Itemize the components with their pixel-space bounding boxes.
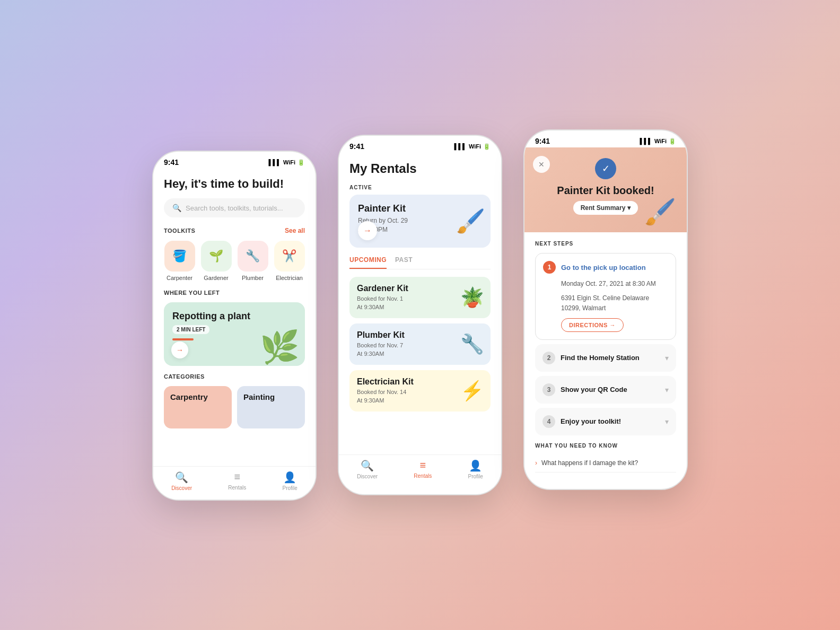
time-2: 9:41 (349, 142, 364, 151)
step-2-number: 2 (542, 352, 555, 364)
step-1-label: Go to the pick up location (561, 264, 646, 272)
discover-label-1: Discover (171, 485, 192, 491)
rent-summary-button[interactable]: Rent Summary ▾ (573, 201, 638, 215)
step-1-address: 6391 Elgin St. Celine Delaware 10299, Wa… (561, 293, 668, 313)
toolkits-label: TOOLKITS (164, 228, 195, 234)
where-left-header: WHERE YOU LEFT (164, 290, 305, 296)
step-1-header-left: 1 Go to the pick up location (543, 261, 646, 274)
categories-header: CATEGORIES (164, 373, 305, 380)
step-2-header: 2 Find the Homely Station ▾ (542, 352, 669, 364)
where-left-arrow[interactable]: → (171, 342, 188, 358)
step-4-card[interactable]: 4 Enjoy your toolkit! ▾ (535, 408, 676, 435)
what-to-know-title: WHAT YOU NEED TO KNOW (535, 443, 676, 449)
nav-discover-1[interactable]: 🔍 Discover (171, 471, 192, 491)
screen-1: Hey, it's time to build! 🔍 Search tools,… (153, 169, 316, 493)
nav-profile-1[interactable]: 👤 Profile (282, 471, 297, 491)
close-button[interactable]: ✕ (533, 156, 550, 173)
status-icons-3: ▌▌▌ WiFi 🔋 (640, 138, 676, 145)
rental-electrician[interactable]: Electrician Kit Booked for Nov. 14 At 9:… (349, 370, 491, 412)
directions-button[interactable]: DIRECTIONS → (561, 318, 624, 332)
signal-icon-3: ▌▌▌ (640, 138, 652, 144)
step-2-chevron: ▾ (665, 354, 669, 362)
phone-1: 9:41 ▌▌▌ WiFi 🔋 Hey, it's time to build!… (152, 151, 317, 501)
battery-icon-3: 🔋 (669, 138, 676, 145)
step-3-card[interactable]: 3 Show your QR Code ▾ (535, 376, 676, 404)
where-left-label: WHERE YOU LEFT (164, 290, 220, 296)
toolkit-gardener[interactable]: 🌱 Gardener (200, 241, 232, 281)
rental-gardener[interactable]: Gardener Kit Booked for Nov. 1 At 9:30AM… (349, 277, 491, 318)
gardener-time: At 9:30AM (357, 303, 408, 311)
toolkit-carpenter[interactable]: 🪣 Carpenter (164, 241, 195, 281)
search-placeholder: Search tools, toolkits, tutorials... (186, 204, 283, 212)
carpentry-label: Carpentry (170, 392, 208, 401)
time-1: 9:41 (164, 158, 179, 167)
discover-icon-1: 🔍 (175, 471, 188, 484)
rentals-icon-1: ≡ (234, 471, 240, 483)
battery-icon: 🔋 (298, 159, 305, 166)
plumber-time: At 9:30AM (357, 350, 405, 358)
category-carpentry[interactable]: Carpentry (164, 386, 232, 428)
search-bar[interactable]: 🔍 Search tools, toolkits, tutorials... (164, 198, 305, 217)
plumber-booked: Booked for Nov. 7 (357, 342, 405, 349)
step-4-header-left: 4 Enjoy your toolkit! (542, 415, 621, 428)
painter-tool-img: 🖌️ (456, 207, 485, 235)
booking-title: Painter Kit booked! (535, 185, 676, 197)
where-left-card[interactable]: Repotting a plant 2 MIN LEFT → 🌿 (164, 302, 305, 366)
search-icon: 🔍 (172, 204, 181, 212)
step-4-number: 4 (542, 415, 555, 428)
rental-plumber[interactable]: Plumber Kit Booked for Nov. 7 At 9:30AM … (349, 323, 491, 365)
electrician-kit-name: Electrician Kit (357, 377, 414, 387)
step-3-number: 3 (542, 383, 555, 396)
tab-past[interactable]: PAST (395, 256, 413, 269)
status-icons-2: ▌▌▌ WiFi 🔋 (454, 143, 491, 150)
rent-summary-label: Rent Summary (581, 204, 626, 212)
gardener-tool-icon: 🪴 (460, 286, 484, 309)
p1-content: Hey, it's time to build! 🔍 Search tools,… (153, 169, 316, 493)
step-4-header: 4 Enjoy your toolkit! ▾ (542, 415, 669, 428)
signal-icon: ▌▌▌ (268, 159, 281, 165)
toolkits-section-header: TOOLKITS See all (164, 227, 305, 234)
toolkits-row: 🪣 Carpenter 🌱 Gardener 🔧 Plumber ✂️ Elec… (164, 241, 305, 281)
battery-icon-2: 🔋 (483, 143, 491, 150)
tab-upcoming[interactable]: UPCOMING (349, 256, 387, 269)
notch-3 (574, 130, 637, 143)
step-1-datetime: Monday Oct. 27, 2021 at 8:30 AM (561, 279, 668, 289)
category-painting[interactable]: Painting (237, 386, 305, 428)
where-you-left-section: WHERE YOU LEFT Repotting a plant 2 MIN L… (164, 290, 305, 366)
time-3: 9:41 (535, 137, 550, 145)
nav-profile-2[interactable]: 👤 Profile (468, 459, 483, 479)
step-1-header: 1 Go to the pick up location (543, 261, 668, 274)
plumber-tool-icon: 🔧 (460, 333, 484, 355)
what-to-know-section: WHAT YOU NEED TO KNOW › What happens if … (535, 443, 676, 472)
toolkit-electrician[interactable]: ✂️ Electrician (274, 241, 305, 281)
bottom-nav-2: 🔍 Discover ≡ Rentals 👤 Profile (339, 454, 501, 488)
see-all-button[interactable]: See all (285, 227, 305, 234)
electrician-booked: Booked for Nov. 14 (357, 388, 414, 396)
profile-label-1: Profile (282, 485, 297, 491)
step-3-header: 3 Show your QR Code ▾ (542, 383, 669, 396)
signal-icon-2: ▌▌▌ (454, 143, 466, 150)
status-icons-1: ▌▌▌ WiFi 🔋 (268, 159, 305, 166)
faq-text-1: What happens if I damage the kit? (541, 459, 638, 467)
where-left-title: Repotting a plant (172, 311, 296, 322)
nav-rentals-1[interactable]: ≡ Rentals (228, 471, 246, 491)
wifi-icon-3: WiFi (654, 138, 667, 144)
step-3-chevron: ▾ (665, 386, 669, 394)
toolkit-plumber[interactable]: 🔧 Plumber (237, 241, 268, 281)
nav-discover-2[interactable]: 🔍 Discover (357, 459, 378, 479)
step-4-chevron: ▾ (665, 417, 669, 426)
rent-summary-chevron: ▾ (627, 204, 631, 212)
nav-rentals-2[interactable]: ≡ Rentals (414, 459, 432, 479)
plumber-icon: 🔧 (238, 241, 268, 272)
gardener-info: Gardener Kit Booked for Nov. 1 At 9:30AM (357, 284, 408, 311)
discover-label-2: Discover (357, 474, 378, 479)
step-2-card[interactable]: 2 Find the Homely Station ▾ (535, 344, 676, 372)
faq-item-1[interactable]: › What happens if I damage the kit? (535, 454, 676, 472)
step-1-card[interactable]: 1 Go to the pick up location Monday Oct.… (535, 253, 676, 340)
step-2-label: Find the Homely Station (561, 354, 640, 362)
next-steps-title: NEXT STEPS (535, 241, 676, 247)
active-rental-card[interactable]: Painter Kit Return by Oct. 29 At 4:30PM … (349, 195, 491, 248)
profile-label-2: Profile (468, 474, 483, 479)
active-rental-arrow[interactable]: → (358, 221, 377, 240)
greeting-title: Hey, it's time to build! (164, 177, 305, 191)
